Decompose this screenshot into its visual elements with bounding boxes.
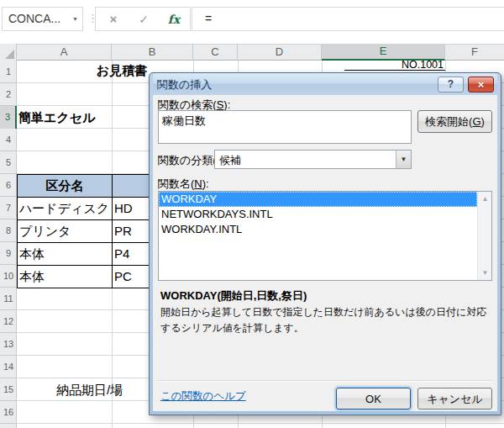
row-header-1[interactable]: 1 xyxy=(0,61,17,83)
name-box[interactable]: CONCA... ▼ xyxy=(2,7,83,31)
scroll-up-icon[interactable]: ▲ xyxy=(478,192,492,206)
row-header-5[interactable]: 5 xyxy=(0,151,17,174)
row-header-6[interactable]: 6 xyxy=(0,174,17,197)
insert-function-icon[interactable]: fx xyxy=(163,10,185,29)
row-header-7[interactable]: 7 xyxy=(0,197,17,219)
row-header-16[interactable]: 16 xyxy=(0,401,17,424)
column-header-d[interactable]: D xyxy=(238,44,322,61)
row-header-11[interactable]: 11 xyxy=(0,288,17,310)
enter-entry-icon[interactable]: ✓ xyxy=(133,10,155,29)
formula-buttons-group: × ✓ fx xyxy=(95,7,191,31)
row-header-13[interactable]: 13 xyxy=(0,333,17,356)
cancel-entry-icon[interactable]: × xyxy=(102,10,124,29)
dialog-title-bar[interactable]: 関数の挿入 ? × xyxy=(153,73,497,95)
row-header-17[interactable]: 17 xyxy=(0,424,17,428)
formula-bar-strip: CONCA... ▼ ⋮ × ✓ fx = xyxy=(0,0,504,37)
formula-value: = xyxy=(205,12,212,25)
column-header-a[interactable]: A xyxy=(17,44,112,61)
dialog-title: 関数の挿入 xyxy=(157,77,212,92)
scroll-down-icon[interactable]: ▼ xyxy=(478,266,492,280)
dialog-help-button[interactable]: ? xyxy=(438,77,464,92)
formula-input[interactable]: = xyxy=(192,7,504,31)
function-list-item[interactable]: NETWORKDAYS.INTL xyxy=(159,207,477,222)
function-name-label: 関数名(N): xyxy=(158,177,209,192)
list-scrollbar[interactable]: ▲ ▼ xyxy=(477,192,491,280)
row-header-8[interactable]: 8 xyxy=(0,219,17,242)
column-header-e-selected[interactable]: E xyxy=(322,44,445,61)
column-header-b[interactable]: B xyxy=(112,44,193,61)
formula-bar-drag-handle[interactable]: ⋮ xyxy=(87,8,94,29)
row-header-15[interactable]: 15 xyxy=(0,378,17,401)
column-header-f[interactable]: F xyxy=(445,44,504,61)
row-header-14[interactable]: 14 xyxy=(0,356,17,378)
row-header-9[interactable]: 9 xyxy=(0,242,17,265)
dialog-body: 関数の検索(S): 稼働日数 検索開始(G) 関数の分類(C): 候補 ▼ 関数… xyxy=(153,95,497,411)
select-all-icon xyxy=(5,50,14,59)
cell-a8[interactable]: プリンタ xyxy=(17,219,113,243)
excel-window: CONCA... ▼ ⋮ × ✓ fx = A B C D E F 1 2 3 … xyxy=(0,0,504,428)
name-box-value: CONCA... xyxy=(8,12,60,25)
dialog-close-button[interactable]: × xyxy=(468,77,494,92)
function-description: 開始日から起算して日数で指定した日数だけ前あるいは後の日付に対応するシリアル値を… xyxy=(160,304,493,336)
cell-a3-company-name[interactable]: 簡単エクセル xyxy=(18,106,128,129)
cell-e1-quote-number[interactable]: NO.1001 xyxy=(344,60,445,71)
function-search-input[interactable]: 稼働日数 xyxy=(158,110,412,144)
close-icon: × xyxy=(478,78,485,91)
row-header-10[interactable]: 10 xyxy=(0,265,17,288)
cell-a9[interactable]: 本体 xyxy=(17,242,113,266)
row-header-12[interactable]: 12 xyxy=(0,310,17,333)
function-category-select[interactable]: 候補 ▼ xyxy=(214,150,412,169)
function-listbox[interactable]: WORKDAY NETWORKDAYS.INTL WORKDAY.INTL ▲ … xyxy=(158,191,492,281)
dialog-separator xyxy=(158,380,492,382)
category-selected-value: 候補 xyxy=(219,153,241,168)
row-header-3-selected[interactable]: 3 xyxy=(0,106,17,129)
name-box-dropdown-icon[interactable]: ▼ xyxy=(72,16,78,22)
ok-button[interactable]: OK xyxy=(336,388,411,410)
function-help-link[interactable]: この関数のヘルプ xyxy=(160,389,246,404)
help-icon: ? xyxy=(448,78,454,90)
select-all-button[interactable] xyxy=(0,44,17,61)
row-header-4[interactable]: 4 xyxy=(0,129,17,151)
chevron-down-icon[interactable]: ▼ xyxy=(396,151,411,168)
function-list-item-selected[interactable]: WORKDAY xyxy=(159,192,477,207)
function-signature: WORKDAY(開始日,日数,祭日) xyxy=(160,288,307,304)
function-list-item[interactable]: WORKDAY.INTL xyxy=(159,222,477,237)
cell-a6-table-header[interactable]: 区分名 xyxy=(17,174,113,198)
search-start-button[interactable]: 検索開始(G) xyxy=(417,110,492,133)
cell-a10[interactable]: 本体 xyxy=(17,265,113,288)
row-header-2[interactable]: 2 xyxy=(0,83,17,106)
column-header-c[interactable]: C xyxy=(193,44,238,61)
cell-a7[interactable]: ハードディスク xyxy=(17,197,113,220)
cancel-button[interactable]: キャンセル xyxy=(417,388,492,410)
insert-function-dialog: 関数の挿入 ? × 関数の検索(S): 稼働日数 検索開始(G) 関数の分類(C… xyxy=(149,72,501,415)
